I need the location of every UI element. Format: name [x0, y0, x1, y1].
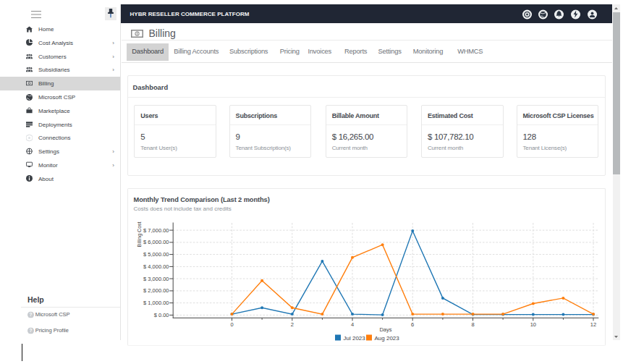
svg-text:4: 4 — [351, 321, 354, 328]
svg-text:6: 6 — [411, 321, 414, 328]
svg-text:0: 0 — [230, 321, 233, 328]
svg-text:$ 0.00: $ 0.00 — [154, 312, 169, 318]
svg-text:$ 6,000.00: $ 6,000.00 — [143, 239, 169, 245]
svg-text:12: 12 — [590, 321, 596, 328]
svg-text:$ 1,000.00: $ 1,000.00 — [143, 300, 169, 306]
svg-text:?: ? — [29, 329, 32, 334]
svg-text:Billing Cost: Billing Cost — [137, 221, 143, 247]
svg-text:Jul 2023: Jul 2023 — [344, 335, 366, 342]
svg-text:Days: Days — [379, 326, 391, 333]
svg-text:$ 4,000.00: $ 4,000.00 — [143, 263, 169, 270]
svg-text:?: ? — [29, 313, 32, 318]
svg-text:$ 3,000.00: $ 3,000.00 — [143, 276, 169, 282]
svg-text:$ 7,000.00: $ 7,000.00 — [143, 227, 169, 234]
svg-text:2: 2 — [291, 321, 294, 328]
svg-text:8: 8 — [471, 321, 474, 328]
svg-text:$ 5,000.00: $ 5,000.00 — [143, 251, 169, 258]
svg-text:$ 2,000.00: $ 2,000.00 — [143, 287, 169, 294]
svg-text:Aug 2023: Aug 2023 — [375, 335, 400, 342]
svg-text:10: 10 — [530, 321, 536, 328]
